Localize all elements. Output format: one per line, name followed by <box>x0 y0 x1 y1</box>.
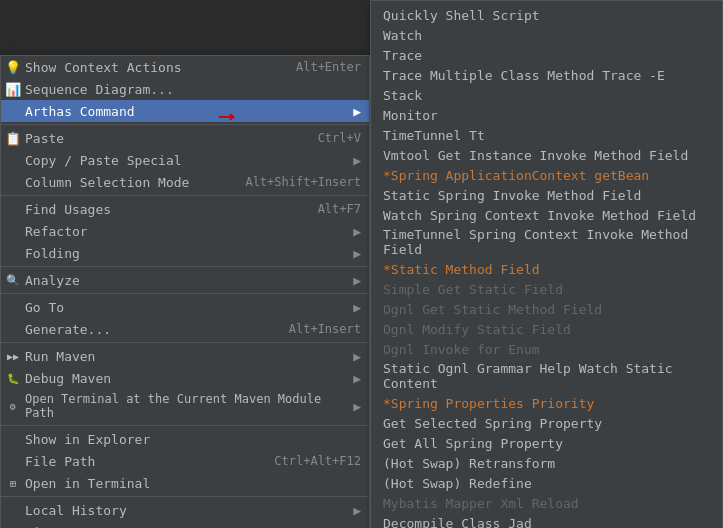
open-terminal-icon: ⊞ <box>5 478 21 489</box>
mybatis-reload-label: Mybatis Mapper Xml Reload <box>383 496 579 511</box>
menu-git[interactable]: Git ▶ <box>1 521 369 528</box>
watch-spring-label: Watch Spring Context Invoke Method Field <box>383 208 696 223</box>
local-history-label: Local History <box>25 503 127 518</box>
menu-local-history[interactable]: Local History ▶ <box>1 499 369 521</box>
vmtool-label: Vmtool Get Instance Invoke Method Field <box>383 148 688 163</box>
menu-open-terminal-maven[interactable]: ⚙ Open Terminal at the Current Maven Mod… <box>1 389 369 423</box>
spring-properties-label: Spring Properties Priority <box>391 396 595 411</box>
submenu-watch-spring[interactable]: Watch Spring Context Invoke Method Field <box>371 205 722 225</box>
decompile-label: Decompile Class Jad <box>383 516 532 529</box>
simple-get-static-label: Simple Get Static Field <box>383 282 563 297</box>
find-usages-shortcut: Alt+F7 <box>318 202 361 216</box>
sep2 <box>1 195 369 196</box>
menu-column-selection[interactable]: Column Selection Mode Alt+Shift+Insert <box>1 171 369 193</box>
submenu-simple-get-static: Simple Get Static Field <box>371 279 722 299</box>
context-menu-right: Quickly Shell Script Watch Trace Trace M… <box>370 0 723 528</box>
spring-app-context-label: Spring ApplicationContext getBean <box>391 168 649 183</box>
menu-open-in-terminal[interactable]: ⊞ Open in Terminal <box>1 472 369 494</box>
timetunnel-spring-label: TimeTunnel Spring Context Invoke Method … <box>383 227 710 257</box>
analyze-icon: 🔍 <box>5 274 21 287</box>
copy-paste-arrow: ▶ <box>353 153 361 168</box>
run-maven-label: Run Maven <box>25 349 95 364</box>
menu-file-path[interactable]: File Path Ctrl+Alt+F12 <box>1 450 369 472</box>
get-all-spring-label: Get All Spring Property <box>383 436 563 451</box>
menu-find-usages[interactable]: Find Usages Alt+F7 <box>1 198 369 220</box>
menu-analyze[interactable]: 🔍 Analyze ▶ <box>1 269 369 291</box>
submenu-monitor[interactable]: Monitor <box>371 105 722 125</box>
ognl-get-static-label: Ognl Get Static Method Field <box>383 302 602 317</box>
menu-sequence-diagram[interactable]: 📊 Sequence Diagram... <box>1 78 369 100</box>
red-arrow: → <box>218 103 235 128</box>
hot-swap-retransform-label: (Hot Swap) Retransform <box>383 456 555 471</box>
goto-arrow: ▶ <box>353 300 361 315</box>
git-label: Git <box>25 525 48 529</box>
terminal-maven-icon: ⚙ <box>5 401 21 412</box>
sequence-label: Sequence Diagram... <box>25 82 174 97</box>
submenu-get-all-spring[interactable]: Get All Spring Property <box>371 433 722 453</box>
open-in-terminal-label: Open in Terminal <box>25 476 150 491</box>
trace-label: Trace <box>383 48 422 63</box>
menu-folding[interactable]: Folding ▶ <box>1 242 369 264</box>
submenu-vmtool[interactable]: Vmtool Get Instance Invoke Method Field <box>371 145 722 165</box>
hot-swap-redefine-label: (Hot Swap) Redefine <box>383 476 532 491</box>
submenu-stack[interactable]: Stack <box>371 85 722 105</box>
show-context-label: Show Context Actions <box>25 60 182 75</box>
show-context-shortcut: Alt+Enter <box>296 60 361 74</box>
submenu-trace-multiple[interactable]: Trace Multiple Class Method Trace -E <box>371 65 722 85</box>
submenu-ognl-invoke-enum: Ognl Invoke for Enum <box>371 339 722 359</box>
file-path-label: File Path <box>25 454 95 469</box>
sep6 <box>1 425 369 426</box>
shell-script-label: Quickly Shell Script <box>383 8 540 23</box>
menu-show-context[interactable]: 💡 Show Context Actions Alt+Enter <box>1 56 369 78</box>
debug-maven-icon: 🐛 <box>5 373 21 384</box>
file-path-shortcut: Ctrl+Alt+F12 <box>274 454 361 468</box>
paste-icon: 📋 <box>5 131 21 146</box>
submenu-static-invoke[interactable]: Static Spring Invoke Method Field <box>371 185 722 205</box>
submenu-static-ognl-grammar[interactable]: Static Ognl Grammar Help Watch Static Co… <box>371 359 722 393</box>
menu-show-explorer[interactable]: Show in Explorer <box>1 428 369 450</box>
submenu-get-selected-spring[interactable]: Get Selected Spring Property <box>371 413 722 433</box>
static-method-field-label: Static Method Field <box>391 262 540 277</box>
show-context-icon: 💡 <box>5 60 21 75</box>
column-selection-label: Column Selection Mode <box>25 175 189 190</box>
menu-copy-paste-special[interactable]: Copy / Paste Special ▶ <box>1 149 369 171</box>
submenu-timetunnel[interactable]: TimeTunnel Tt <box>371 125 722 145</box>
analyze-label: Analyze <box>25 273 80 288</box>
open-terminal-maven-label: Open Terminal at the Current Maven Modul… <box>25 392 353 420</box>
goto-label: Go To <box>25 300 64 315</box>
paste-shortcut: Ctrl+V <box>318 131 361 145</box>
arthas-label: Arthas Command <box>25 104 135 119</box>
run-maven-icon: ▶▶ <box>5 351 21 362</box>
generate-label: Generate... <box>25 322 111 337</box>
menu-arthas-command[interactable]: Arthas Command ▶ <box>1 100 369 122</box>
submenu-hot-swap-redefine[interactable]: (Hot Swap) Redefine <box>371 473 722 493</box>
menu-run-maven[interactable]: ▶▶ Run Maven ▶ <box>1 345 369 367</box>
submenu-hot-swap-retransform[interactable]: (Hot Swap) Retransform <box>371 453 722 473</box>
submenu-shell-script[interactable]: Quickly Shell Script <box>371 5 722 25</box>
menu-refactor[interactable]: Refactor ▶ <box>1 220 369 242</box>
submenu-static-method-field[interactable]: Static Method Field <box>371 259 722 279</box>
static-ognl-grammar-label: Static Ognl Grammar Help Watch Static Co… <box>383 361 710 391</box>
trace-multiple-label: Trace Multiple Class Method Trace -E <box>383 68 665 83</box>
watch-label: Watch <box>383 28 422 43</box>
menu-generate[interactable]: Generate... Alt+Insert <box>1 318 369 340</box>
arthas-arrow: ▶ <box>353 104 361 119</box>
submenu-watch[interactable]: Watch <box>371 25 722 45</box>
debug-maven-arrow: ▶ <box>353 371 361 386</box>
copy-paste-label: Copy / Paste Special <box>25 153 182 168</box>
submenu-timetunnel-spring[interactable]: TimeTunnel Spring Context Invoke Method … <box>371 225 722 259</box>
submenu-ognl-modify-static: Ognl Modify Static Field <box>371 319 722 339</box>
column-selection-shortcut: Alt+Shift+Insert <box>245 175 361 189</box>
folding-label: Folding <box>25 246 80 261</box>
submenu-decompile[interactable]: Decompile Class Jad <box>371 513 722 528</box>
menu-debug-maven[interactable]: 🐛 Debug Maven ▶ <box>1 367 369 389</box>
menu-goto[interactable]: Go To ▶ <box>1 296 369 318</box>
folding-arrow: ▶ <box>353 246 361 261</box>
menu-paste[interactable]: 📋 Paste Ctrl+V <box>1 127 369 149</box>
monitor-label: Monitor <box>383 108 438 123</box>
local-history-arrow: ▶ <box>353 503 361 518</box>
submenu-trace[interactable]: Trace <box>371 45 722 65</box>
submenu-spring-properties[interactable]: Spring Properties Priority <box>371 393 722 413</box>
sequence-icon: 📊 <box>5 82 21 97</box>
submenu-spring-app-context[interactable]: Spring ApplicationContext getBean <box>371 165 722 185</box>
